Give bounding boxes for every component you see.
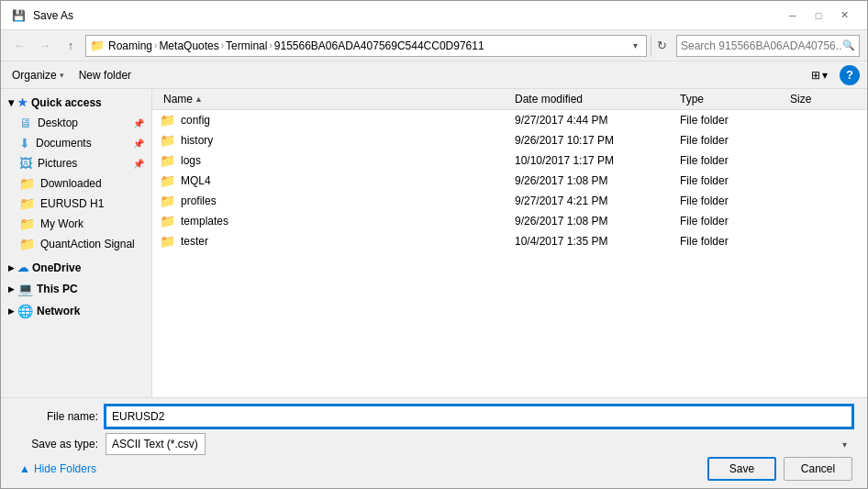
- save-button[interactable]: Save: [707, 457, 776, 481]
- documents-label: Documents: [36, 137, 92, 150]
- quick-access-label: Quick access: [31, 96, 102, 109]
- filetype-select-wrapper: ASCII Text (*.csv): [106, 433, 852, 455]
- maximize-button[interactable]: □: [807, 6, 830, 25]
- file-name-label: config: [181, 114, 210, 127]
- refresh-button[interactable]: ↻: [651, 35, 673, 57]
- pictures-pin-icon: 📌: [133, 159, 144, 169]
- quick-access-chevron-icon: ▾: [8, 96, 14, 109]
- desktop-pin-icon: 📌: [133, 118, 144, 128]
- table-row[interactable]: 📁 history 9/26/2017 10:17 PM File folder: [152, 130, 867, 150]
- pictures-icon: 🖼: [19, 156, 32, 171]
- col-type-label: Type: [680, 93, 704, 106]
- view-button[interactable]: ⊞ ▾: [807, 66, 832, 84]
- file-name-cell: 📁 profiles: [160, 194, 511, 208]
- sidebar-item-desktop[interactable]: 🖥 Desktop 📌: [1, 113, 151, 133]
- filename-label: File name:: [16, 410, 98, 423]
- up-button[interactable]: ↑: [60, 35, 82, 57]
- thispc-icon: 💻: [17, 282, 33, 296]
- thispc-label: This PC: [37, 283, 78, 295]
- quantaction-label: QuantAction Signal: [40, 238, 135, 250]
- file-folder-icon: 📁: [160, 214, 175, 228]
- col-header-size[interactable]: Size: [786, 91, 860, 107]
- table-row[interactable]: 📁 config 9/27/2017 4:44 PM File folder: [152, 110, 867, 130]
- nav-toolbar: ← → ↑ 📁 Roaming › MetaQuotes › Terminal …: [1, 30, 867, 61]
- breadcrumb-id: 915566BA06ADA407569C544CC0D97611: [274, 39, 484, 52]
- sort-arrow-icon: ▲: [195, 94, 203, 104]
- save-as-dialog: 💾 Save As ─ □ ✕ ← → ↑ 📁 Roaming › MetaQu…: [0, 0, 868, 489]
- breadcrumb-sep-3: ›: [269, 40, 272, 50]
- filename-input[interactable]: [106, 406, 852, 428]
- col-header-type[interactable]: Type: [676, 91, 786, 107]
- onedrive-icon: ☁: [17, 261, 28, 274]
- sidebar-item-pictures[interactable]: 🖼 Pictures 📌: [1, 153, 151, 173]
- file-size-cell: [786, 119, 860, 121]
- action-toolbar: Organize ▾ New folder ⊞ ▾ ?: [1, 61, 867, 89]
- desktop-icon: 🖥: [19, 116, 32, 130]
- file-name-cell: 📁 history: [160, 133, 511, 148]
- cancel-button[interactable]: Cancel: [784, 457, 852, 481]
- filetype-row: Save as type: ASCII Text (*.csv): [16, 433, 852, 455]
- help-button[interactable]: ?: [840, 65, 860, 85]
- network-chevron-icon: ▸: [8, 305, 14, 317]
- sidebar-item-eurusd[interactable]: 📁 EURUSD H1: [1, 194, 151, 214]
- onedrive-chevron-icon: ▸: [8, 261, 14, 274]
- table-row[interactable]: 📁 logs 10/10/2017 1:17 PM File folder: [152, 150, 867, 171]
- sidebar-item-mywork[interactable]: 📁 My Work: [1, 214, 151, 234]
- save-label: Save: [729, 462, 754, 475]
- sidebar-item-quantaction[interactable]: 📁 QuantAction Signal: [1, 234, 151, 254]
- file-modified-cell: 10/4/2017 1:35 PM: [511, 234, 676, 249]
- new-folder-label: New folder: [79, 69, 131, 82]
- file-type-cell: File folder: [676, 214, 786, 228]
- file-size-cell: [786, 200, 860, 202]
- new-folder-button[interactable]: New folder: [75, 67, 135, 83]
- sidebar-quick-access-header[interactable]: ▾ ★ Quick access: [1, 93, 151, 113]
- sidebar-item-downloaded[interactable]: 📁 Downloaded: [1, 173, 151, 194]
- bottom-section: File name: Save as type: ASCII Text (*.c…: [1, 397, 867, 488]
- search-bar: 🔍: [676, 35, 860, 57]
- buttons-row: ▲ Hide Folders Save Cancel: [16, 457, 852, 481]
- column-headers: Name ▲ Date modified Type Size: [152, 89, 867, 110]
- file-modified-cell: 10/10/2017 1:17 PM: [511, 153, 676, 168]
- table-row[interactable]: 📁 profiles 9/27/2017 4:21 PM File folder: [152, 191, 867, 211]
- file-modified-cell: 9/27/2017 4:44 PM: [511, 113, 676, 128]
- table-row[interactable]: 📁 MQL4 9/26/2017 1:08 PM File folder: [152, 171, 867, 191]
- table-row[interactable]: 📁 tester 10/4/2017 1:35 PM File folder: [152, 231, 867, 251]
- back-button[interactable]: ←: [8, 35, 30, 57]
- eurusd-label: EURUSD H1: [40, 197, 104, 210]
- file-size-cell: [786, 240, 860, 242]
- cancel-label: Cancel: [801, 462, 835, 475]
- dialog-icon: 💾: [12, 9, 26, 22]
- forward-button[interactable]: →: [34, 35, 56, 57]
- col-header-name[interactable]: Name ▲: [160, 91, 511, 107]
- filetype-select[interactable]: ASCII Text (*.csv): [106, 433, 206, 455]
- file-name-cell: 📁 templates: [160, 214, 511, 228]
- search-input[interactable]: [681, 39, 842, 52]
- file-size-cell: [786, 139, 860, 141]
- breadcrumb-sep-1: ›: [154, 40, 157, 50]
- sidebar-item-documents[interactable]: ⬇ Documents 📌: [1, 133, 151, 153]
- organize-button[interactable]: Organize ▾: [8, 67, 68, 83]
- col-header-modified[interactable]: Date modified: [511, 91, 676, 107]
- quick-access-star-icon: ★: [17, 96, 28, 109]
- network-icon: 🌐: [17, 304, 33, 318]
- sidebar-onedrive-header[interactable]: ▸ ☁ OneDrive: [1, 258, 151, 278]
- mywork-label: My Work: [40, 217, 83, 230]
- file-folder-icon: 📁: [160, 194, 175, 208]
- file-panel: Name ▲ Date modified Type Size 📁 config: [152, 89, 867, 397]
- address-bar[interactable]: 📁 Roaming › MetaQuotes › Terminal › 9155…: [85, 35, 647, 57]
- close-button[interactable]: ✕: [832, 6, 856, 25]
- eurusd-icon: 📁: [19, 196, 35, 211]
- hide-folders-link[interactable]: ▲ Hide Folders: [16, 461, 100, 477]
- file-name-label: history: [181, 134, 213, 147]
- table-row[interactable]: 📁 templates 9/26/2017 1:08 PM File folde…: [152, 211, 867, 231]
- minimize-button[interactable]: ─: [781, 6, 805, 25]
- quantaction-icon: 📁: [19, 237, 35, 251]
- col-modified-label: Date modified: [515, 93, 583, 106]
- sidebar-thispc-header[interactable]: ▸ 💻 This PC: [1, 278, 151, 300]
- file-type-cell: File folder: [676, 234, 786, 249]
- sidebar-network-header[interactable]: ▸ 🌐 Network: [1, 300, 151, 322]
- documents-icon: ⬇: [19, 136, 30, 150]
- address-dropdown-button[interactable]: ▾: [628, 40, 642, 50]
- breadcrumb: Roaming › MetaQuotes › Terminal › 915566…: [108, 39, 624, 52]
- file-type-cell: File folder: [676, 194, 786, 208]
